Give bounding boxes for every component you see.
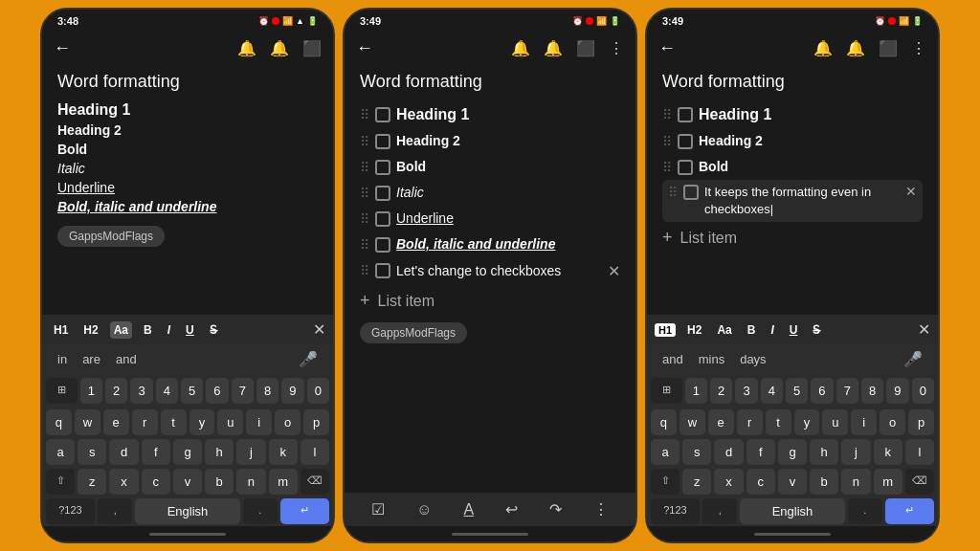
key-b[interactable]: b [205,469,234,495]
add-icon-2[interactable]: + [360,291,370,311]
undo-icon[interactable]: ↩ [505,500,518,518]
toolbar-close-3[interactable]: ✕ [918,320,930,339]
key-3-k[interactable]: k [874,439,902,465]
key-1[interactable]: 1 [80,378,102,404]
symbols-key[interactable]: ?123 [46,498,95,524]
close-checklist-item[interactable]: ✕ [608,262,620,280]
key-m[interactable]: m [269,469,298,495]
checkbox-bold[interactable] [375,160,390,175]
h2-button[interactable]: H2 [79,321,101,339]
key-7[interactable]: 7 [232,378,254,404]
key-e[interactable]: e [103,409,129,435]
key-z[interactable]: z [78,469,106,495]
key-3-9[interactable]: 9 [886,378,908,404]
checkbox-formatting[interactable] [683,185,699,200]
checklist-label-bold[interactable]: Bold [396,159,426,174]
key-g[interactable]: g [173,439,202,465]
key-3-a[interactable]: a [651,439,679,465]
chip-2[interactable]: GappsModFlags [360,322,467,343]
key-p[interactable]: p [303,409,329,435]
checklist-icon[interactable]: ☑ [371,500,385,518]
suggestion-3-2[interactable]: mins [699,352,724,366]
note-item-h1[interactable]: Heading 1 [57,101,318,119]
suggestion-3[interactable]: and [116,352,137,366]
key-c[interactable]: c [142,469,170,495]
key-3-n[interactable]: n [841,469,870,495]
checkbox-h2[interactable] [375,134,390,149]
space-key[interactable]: English [135,498,239,524]
key-j[interactable]: j [236,439,265,465]
key-3-m[interactable]: m [874,469,902,495]
key-f[interactable]: f [142,439,170,465]
key-w[interactable]: w [75,409,100,435]
note-title-1[interactable]: Word formatting [57,72,318,92]
checkbox-underline[interactable] [375,211,390,227]
grid-key[interactable]: ⊞ [46,378,78,404]
checkbox-bold-3[interactable] [678,160,693,175]
key-8[interactable]: 8 [256,378,278,404]
mic-icon[interactable]: 🎤 [299,350,318,368]
key-3-0[interactable]: 0 [912,378,934,404]
collaborator-icon[interactable]: 🔔 [270,39,289,57]
grid-key-3[interactable]: ⊞ [651,378,682,404]
strikethrough-button-3[interactable]: S̶ [809,321,824,339]
h1-button-3[interactable]: H1 [655,323,676,337]
archive-icon[interactable]: ⬛ [302,39,322,57]
note-item-h2[interactable]: Heading 2 [57,122,318,138]
key-0[interactable]: 0 [307,378,329,404]
h2-button-3[interactable]: H2 [683,321,705,339]
drag-handle-4[interactable]: ⠿ [360,186,369,201]
drag-handle-7[interactable]: ⠿ [360,263,369,278]
checkbox-h2-3[interactable] [678,134,693,149]
collaborator-icon-2[interactable]: 🔔 [544,39,563,57]
key-3-c[interactable]: c [746,469,775,495]
checklist-label-h2[interactable]: Heading 2 [396,133,460,148]
back-button-3[interactable]: ← [658,38,676,58]
comma-key-3[interactable]: , [702,498,737,524]
drag-handle-2[interactable]: ⠿ [360,134,369,149]
key-l[interactable]: l [301,439,329,465]
archive-icon-2[interactable]: ⬛ [576,39,595,57]
key-3-8[interactable]: 8 [861,378,883,404]
space-key-3[interactable]: English [740,498,844,524]
suggestion-3-3[interactable]: days [740,352,766,366]
checklist-label-h2-3[interactable]: Heading 2 [699,133,763,148]
drag-handle-3[interactable]: ⠿ [360,160,369,175]
key-3-2[interactable]: 2 [710,378,732,404]
key-3-1[interactable]: 1 [685,378,707,404]
collaborator-icon-3[interactable]: 🔔 [846,39,865,57]
checklist-label-bold-3[interactable]: Bold [699,159,728,174]
chip-1[interactable]: GappsModFlags [57,226,165,247]
drag-handle-3-2[interactable]: ⠿ [662,134,672,149]
aa-button-3[interactable]: Aa [713,321,735,339]
checklist-label-h1[interactable]: Heading 1 [396,106,469,123]
key-x[interactable]: x [109,469,138,495]
key-r[interactable]: r [132,409,158,435]
note-item-italic[interactable]: Italic [57,161,318,176]
key-3-l[interactable]: l [905,439,934,465]
key-o[interactable]: o [275,409,301,435]
reminder-icon-2[interactable]: 🔔 [511,39,530,57]
note-item-underline[interactable]: Underline [57,180,318,195]
key-3-e[interactable]: e [708,409,734,435]
period-key-3[interactable]: . [848,498,882,524]
key-d[interactable]: d [109,439,138,465]
key-3-g[interactable]: g [778,439,807,465]
drag-handle-3-1[interactable]: ⠿ [662,107,672,122]
key-3-z[interactable]: z [682,469,711,495]
key-3-x[interactable]: x [714,469,743,495]
drag-handle-3-4[interactable]: ⠿ [668,185,678,200]
add-icon-3[interactable]: + [662,228,673,248]
suggestion-3-1[interactable]: and [662,352,683,366]
symbols-key-3[interactable]: ?123 [651,498,700,524]
key-u[interactable]: u [217,409,243,435]
shift-key-3[interactable]: ⇧ [651,469,679,495]
more-options-icon-3[interactable]: ⋮ [911,39,926,57]
key-q[interactable]: q [46,409,72,435]
key-3-t[interactable]: t [766,409,791,435]
emoji-icon[interactable]: ☺ [416,501,432,518]
checkbox-h1[interactable] [375,107,390,122]
key-3-v[interactable]: v [778,469,807,495]
key-3-y[interactable]: y [794,409,820,435]
key-3-3[interactable]: 3 [735,378,757,404]
